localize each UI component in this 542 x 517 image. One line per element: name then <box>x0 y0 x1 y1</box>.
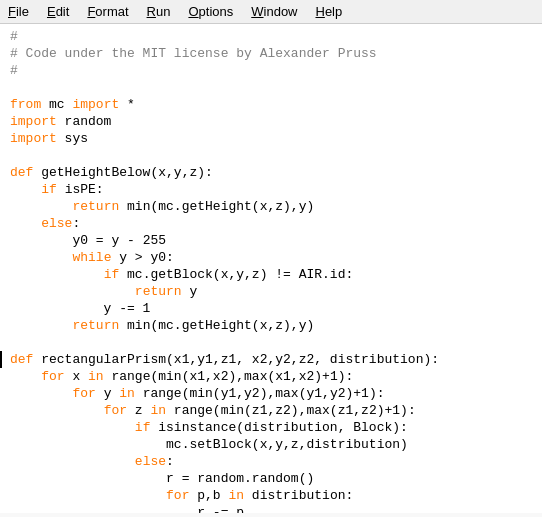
code-line: for z in range(min(z1,z2),max(z1,z2)+1): <box>0 402 542 419</box>
code-line: def getHeightBelow(x,y,z): <box>0 164 542 181</box>
code-line: import random <box>0 113 542 130</box>
code-line <box>0 147 542 164</box>
code-line: for y in range(min(y1,y2),max(y1,y2)+1): <box>0 385 542 402</box>
code-line: y -= 1 <box>0 300 542 317</box>
code-line: r = random.random() <box>0 470 542 487</box>
code-line: if isinstance(distribution, Block): <box>0 419 542 436</box>
code-line: r -= p <box>0 504 542 513</box>
code-line: def rectangularPrism(x1,y1,z1, x2,y2,z2,… <box>0 351 542 368</box>
menu-options[interactable]: Options <box>184 3 237 20</box>
menu-help[interactable]: Help <box>312 3 347 20</box>
code-line: mc.setBlock(x,y,z,distribution) <box>0 436 542 453</box>
code-area[interactable]: # # Code under the MIT license by Alexan… <box>0 24 542 513</box>
code-line: y0 = y - 255 <box>0 232 542 249</box>
code-line: else: <box>0 215 542 232</box>
code-line: return y <box>0 283 542 300</box>
menu-window[interactable]: Window <box>247 3 301 20</box>
code-line: if mc.getBlock(x,y,z) != AIR.id: <box>0 266 542 283</box>
code-line: from mc import * <box>0 96 542 113</box>
code-line: # Code under the MIT license by Alexande… <box>0 45 542 62</box>
code-line: return min(mc.getHeight(x,z),y) <box>0 317 542 334</box>
code-line: # <box>0 28 542 45</box>
code-line <box>0 79 542 96</box>
menu-edit[interactable]: Edit <box>43 3 73 20</box>
menu-file[interactable]: File <box>4 3 33 20</box>
code-line: for p,b in distribution: <box>0 487 542 504</box>
code-line: for x in range(min(x1,x2),max(x1,x2)+1): <box>0 368 542 385</box>
menu-format[interactable]: Format <box>83 3 132 20</box>
code-line: import sys <box>0 130 542 147</box>
code-line <box>0 334 542 351</box>
code-line: while y > y0: <box>0 249 542 266</box>
code-line: if isPE: <box>0 181 542 198</box>
menu-bar: File Edit Format Run Options Window Help <box>0 0 542 24</box>
code-line: else: <box>0 453 542 470</box>
code-line: return min(mc.getHeight(x,z),y) <box>0 198 542 215</box>
code-line: # <box>0 62 542 79</box>
menu-run[interactable]: Run <box>143 3 175 20</box>
